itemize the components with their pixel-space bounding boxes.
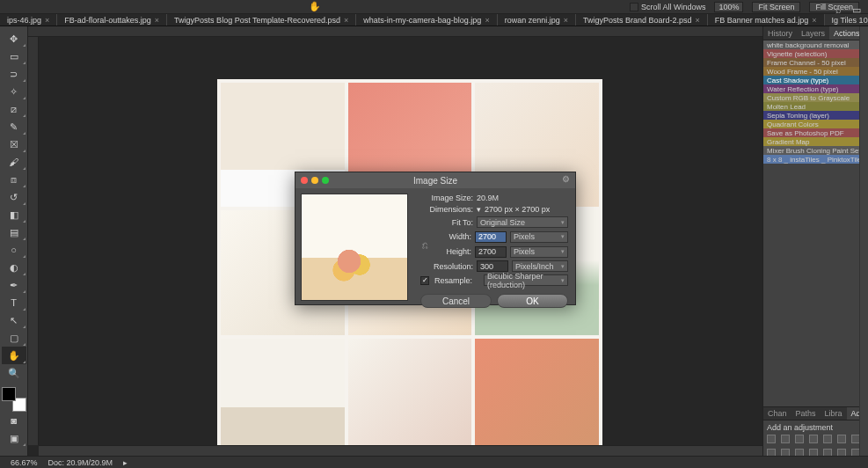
document-tab[interactable]: whats-in-my-camera-bag-blog.jpg×: [356, 14, 497, 26]
action-row[interactable]: 8 x 8 _ instaTiles _ PinktoxTile: [763, 155, 868, 164]
gradient-tool[interactable]: ▤: [2, 223, 26, 241]
cancel-button[interactable]: Cancel: [420, 294, 492, 308]
type-tool[interactable]: T: [2, 294, 26, 311]
scrollbar-horizontal[interactable]: [39, 445, 762, 456]
lasso-tool[interactable]: ⊃: [2, 65, 26, 83]
action-row[interactable]: Vignette (selection): [763, 49, 868, 58]
toolbox: ✥ ▭ ⊃ ✧ ⧄ ✎ ☒ 🖌 ⧈ ↺ ◧ ▤ ○ ◐ ✒ T ↖ ▢ ✋ 🔍 …: [0, 26, 28, 456]
hand-tool[interactable]: ✋: [2, 347, 26, 364]
action-row[interactable]: Custom RGB to Grayscale: [763, 93, 868, 102]
close-tab-icon[interactable]: ×: [812, 16, 816, 25]
action-row[interactable]: Wood Frame - 50 pixel: [763, 67, 868, 76]
document-tab[interactable]: ips-46.jpg×: [0, 14, 57, 26]
image-size-label: Image Size:: [420, 194, 473, 202]
healing-tool[interactable]: ☒: [2, 135, 26, 153]
blur-tool[interactable]: ○: [2, 241, 26, 259]
action-row[interactable]: Quadrant Colors: [763, 120, 868, 128]
crop-tool[interactable]: ⧄: [2, 100, 26, 118]
close-tab-icon[interactable]: ×: [45, 16, 49, 25]
panel-tab[interactable]: Paths: [791, 407, 821, 420]
resample-checkbox[interactable]: ✓: [420, 276, 429, 285]
action-row[interactable]: Sepia Toning (layer): [763, 111, 868, 120]
search-icon[interactable]: ⌕: [835, 4, 842, 16]
brush-tool[interactable]: 🖌: [2, 153, 26, 171]
close-tab-icon[interactable]: ×: [155, 16, 159, 25]
resample-select[interactable]: Bicubic Sharper (reduction)▾: [484, 274, 568, 286]
screenmode-toggle[interactable]: ▣: [2, 429, 26, 447]
document-tab[interactable]: rowan zenni.jpg×: [498, 14, 576, 26]
dialog-titlebar[interactable]: Image Size: [295, 172, 575, 188]
width-input[interactable]: [475, 231, 507, 243]
eraser-tool[interactable]: ◧: [2, 206, 26, 223]
pen-tool[interactable]: ✒: [2, 276, 26, 294]
ruler-vertical[interactable]: [28, 37, 39, 445]
close-tab-icon[interactable]: ×: [344, 16, 348, 25]
document-tab[interactable]: FB-ad-floral-outtakes.jpg×: [57, 14, 167, 26]
path-tool[interactable]: ↖: [2, 311, 26, 329]
status-zoom[interactable]: 66.67%: [11, 458, 38, 467]
hand-tool-icon[interactable]: ✋: [308, 2, 322, 12]
panel-tab[interactable]: Layers: [797, 26, 829, 40]
ruler-horizontal[interactable]: [28, 26, 762, 37]
document-tab[interactable]: TwigyPosts Blog Post Template-Recovered.…: [167, 14, 356, 26]
scroll-all-checkbox[interactable]: Scroll All Windows: [630, 3, 706, 11]
image-preview[interactable]: [301, 194, 408, 301]
eyedropper-tool[interactable]: ✎: [2, 118, 26, 135]
dimensions-dropdown[interactable]: ▾: [477, 205, 481, 214]
maximize-icon[interactable]: [322, 177, 329, 184]
adj-exposure-icon[interactable]: [809, 435, 818, 443]
document-tab[interactable]: TwigyPosts Brand Board-2.psd×: [576, 14, 708, 26]
adj-brightness-icon[interactable]: [767, 435, 776, 443]
color-swatches[interactable]: [2, 387, 26, 412]
gear-icon[interactable]: ⚙: [562, 174, 570, 184]
magic-wand-tool[interactable]: ✧: [2, 83, 26, 100]
height-unit-select[interactable]: Pixels▾: [510, 246, 568, 258]
action-row[interactable]: Mixer Brush Cloning Paint Setup: [763, 146, 868, 155]
action-row[interactable]: Gradient Map: [763, 137, 868, 146]
history-brush-tool[interactable]: ↺: [2, 188, 26, 206]
width-unit-select[interactable]: Pixels▾: [510, 231, 568, 243]
panel-tab[interactable]: History: [763, 26, 797, 40]
quickmask-toggle[interactable]: ◙: [2, 412, 26, 429]
action-row[interactable]: Save as Photoshop PDF: [763, 128, 868, 137]
image-size-dialog: Image Size ⚙ Image Size: 20.9M Dimension…: [295, 172, 576, 305]
foreground-swatch[interactable]: [2, 387, 16, 401]
status-doc[interactable]: Doc: 20.9M/20.9M: [48, 458, 113, 467]
adj-levels-icon[interactable]: [781, 435, 790, 443]
action-row[interactable]: Cast Shadow (type): [763, 76, 868, 84]
close-tab-icon[interactable]: ×: [564, 16, 568, 25]
action-row[interactable]: white background removal: [763, 40, 868, 49]
shape-tool[interactable]: ▢: [2, 329, 26, 347]
document-tab[interactable]: FB Banner matches ad.jpg×: [708, 14, 825, 26]
resolution-input[interactable]: [477, 260, 508, 272]
adj-hue-icon[interactable]: [837, 435, 846, 443]
panel-dock-strip[interactable]: [859, 26, 868, 456]
move-tool[interactable]: ✥: [2, 30, 26, 48]
close-icon[interactable]: [301, 177, 308, 184]
dodge-tool[interactable]: ◐: [2, 259, 26, 276]
minimize-icon[interactable]: [311, 177, 318, 184]
adj-curves-icon[interactable]: [795, 435, 804, 443]
document-tab[interactable]: Ig Tiles 10.jpg @ 66.7% (RGB/8)×: [825, 14, 868, 26]
close-tab-icon[interactable]: ×: [696, 16, 700, 25]
zoom-field[interactable]: 100%: [714, 2, 743, 12]
fit-to-select[interactable]: Original Size▾: [477, 216, 568, 228]
fit-screen-button[interactable]: Fit Screen: [752, 2, 800, 12]
action-row[interactable]: Water Reflection (type): [763, 84, 868, 93]
panel-tab[interactable]: Libra: [821, 407, 847, 420]
close-tab-icon[interactable]: ×: [485, 16, 489, 25]
adj-vibrance-icon[interactable]: [823, 435, 832, 443]
marquee-tool[interactable]: ▭: [2, 48, 26, 65]
arrange-icon[interactable]: ▭: [852, 4, 861, 16]
status-caret-icon[interactable]: ▸: [123, 458, 128, 467]
action-row[interactable]: Molten Lead: [763, 102, 868, 111]
ok-button[interactable]: OK: [497, 294, 568, 308]
right-panels: HistoryLayersActions white background re…: [762, 26, 868, 456]
resolution-unit-select[interactable]: Pixels/Inch▾: [512, 260, 568, 272]
panel-tab[interactable]: Chan: [763, 407, 791, 420]
zoom-tool[interactable]: 🔍: [2, 364, 26, 382]
action-row[interactable]: Frame Channel - 50 pixel: [763, 58, 868, 67]
height-input[interactable]: [475, 246, 507, 258]
link-dimensions-icon[interactable]: ⎌: [420, 234, 429, 255]
stamp-tool[interactable]: ⧈: [2, 171, 26, 188]
